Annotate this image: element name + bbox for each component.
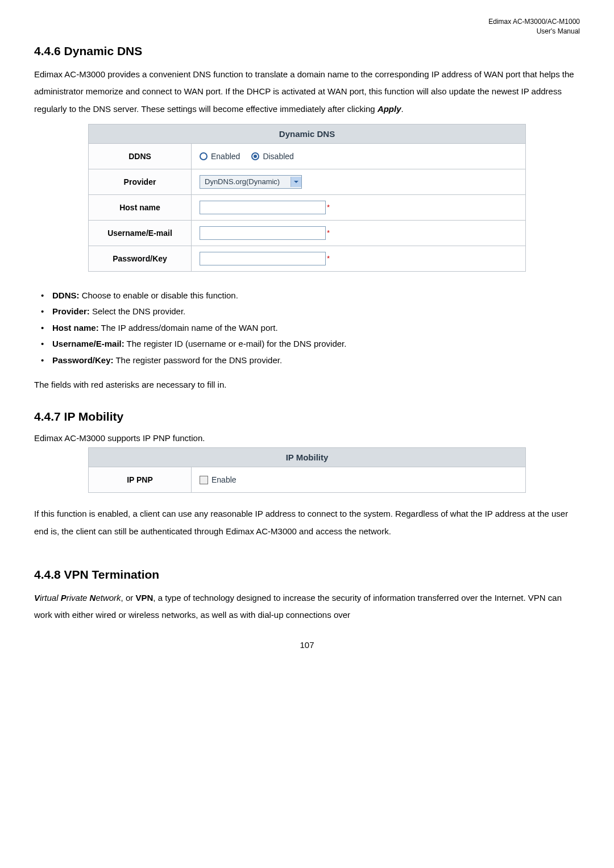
password-label: Password/Key — [89, 246, 192, 271]
bullets-446: DDNS: Choose to enable or disable this f… — [34, 288, 580, 369]
para-447: If this function is enabled, a client ca… — [34, 505, 580, 541]
ddns-enabled-radio[interactable] — [200, 152, 208, 160]
header-manual: User's Manual — [34, 27, 580, 36]
vpn-rivate: rivate — [67, 593, 90, 603]
username-input[interactable] — [200, 226, 326, 240]
footnote-446: The fields with red asterisks are necess… — [34, 376, 580, 394]
chevron-down-icon — [291, 177, 301, 187]
vpn-bold: VPN — [135, 593, 153, 603]
list-item: DDNS: Choose to enable or disable this f… — [34, 288, 580, 304]
bullet-text: Choose to enable or disable this functio… — [80, 290, 238, 300]
doc-header: Edimax AC-M3000/AC-M1000 User's Manual — [34, 17, 580, 36]
bullet-label: Username/E-mail: — [52, 339, 125, 348]
username-label: Username/E-mail — [89, 220, 192, 246]
bullet-label: DDNS: — [52, 290, 80, 300]
ip-pnp-label: IP PNP — [89, 467, 192, 493]
vpn-p: P — [61, 593, 67, 603]
vpn-mid: , or — [121, 593, 136, 603]
intro-446-tail: . — [401, 104, 404, 114]
bullet-text: The register ID (username or e-mail) for… — [125, 339, 347, 348]
hostname-label: Host name — [89, 194, 192, 220]
heading-448: 4.4.8 VPN Termination — [34, 568, 580, 582]
bullet-label: Host name: — [52, 323, 99, 333]
ddns-label: DDNS — [89, 143, 192, 169]
vpn-irtual: irtual — [40, 593, 61, 603]
list-item: Host name: The IP address/domain name of… — [34, 320, 580, 337]
bullet-text: Select the DNS provider. — [90, 306, 185, 316]
ip-mobility-title: IP Mobility — [89, 448, 526, 467]
list-item: Provider: Select the DNS provider. — [34, 304, 580, 320]
header-product: Edimax AC-M3000/AC-M1000 — [34, 17, 580, 27]
password-input[interactable] — [200, 252, 326, 265]
vpn-v: V — [34, 593, 40, 603]
hostname-input[interactable] — [200, 201, 326, 214]
heading-446: 4.4.6 Dynamic DNS — [34, 44, 580, 58]
dynamic-dns-table: Dynamic DNS DDNS Enabled Disabled Provid… — [88, 124, 526, 272]
list-item: Username/E-mail: The register ID (userna… — [34, 336, 580, 352]
ip-pnp-enable-text: Enable — [211, 475, 237, 484]
intro-446-apply: Apply — [377, 104, 401, 114]
ddns-radio-group: Enabled Disabled — [200, 152, 517, 161]
page-number: 107 — [34, 640, 580, 650]
dynamic-dns-title: Dynamic DNS — [89, 124, 526, 143]
provider-label: Provider — [89, 169, 192, 194]
vpn-etwork: etwork — [96, 593, 121, 603]
asterisk-icon: * — [327, 254, 330, 263]
asterisk-icon: * — [327, 203, 330, 211]
ip-pnp-checkbox[interactable] — [200, 476, 208, 484]
bullet-text: The IP address/domain name of the WAN po… — [99, 323, 278, 333]
intro-446-text: Edimax AC-M3000 provides a convenient DN… — [34, 69, 574, 114]
bullet-label: Provider: — [52, 306, 90, 316]
intro-448: Virtual Private Network, or VPN, a type … — [34, 589, 580, 625]
provider-select[interactable]: DynDNS.org(Dynamic) — [200, 175, 302, 189]
intro-446: Edimax AC-M3000 provides a convenient DN… — [34, 66, 580, 118]
heading-447: 4.4.7 IP Mobility — [34, 410, 580, 423]
bullet-text: The register password for the DNS provid… — [114, 355, 283, 365]
ip-mobility-table: IP Mobility IP PNP Enable — [88, 447, 526, 493]
vpn-n: N — [90, 593, 96, 603]
asterisk-icon: * — [327, 229, 330, 237]
intro-447: Edimax AC-M3000 supports IP PNP function… — [34, 431, 580, 445]
ddns-disabled-label: Disabled — [263, 152, 293, 161]
ddns-disabled-radio[interactable] — [251, 152, 259, 160]
list-item: Password/Key: The register password for … — [34, 352, 580, 369]
ddns-enabled-label: Enabled — [211, 152, 240, 161]
provider-select-value: DynDNS.org(Dynamic) — [205, 177, 280, 186]
bullet-label: Password/Key: — [52, 355, 114, 365]
